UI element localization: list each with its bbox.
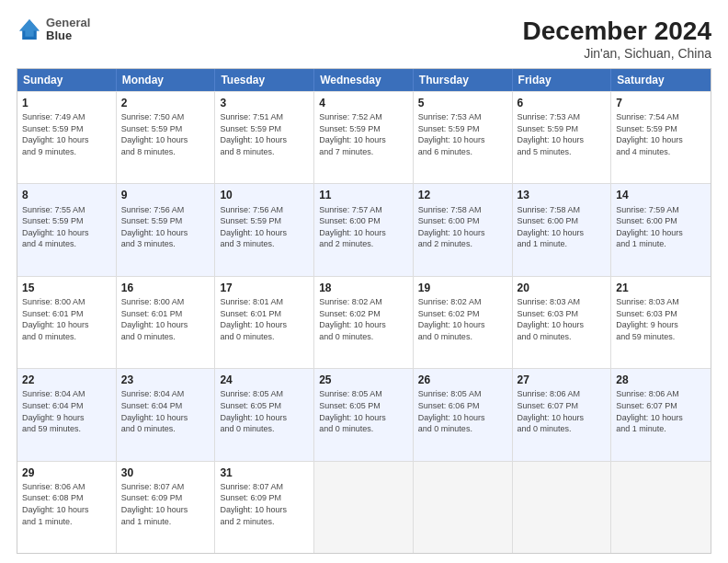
calendar-row: 1Sunrise: 7:49 AM Sunset: 5:59 PM Daylig… (17, 91, 711, 183)
day-info: Sunrise: 8:00 AM Sunset: 6:01 PM Dayligh… (22, 296, 111, 342)
day-info: Sunrise: 7:50 AM Sunset: 5:59 PM Dayligh… (121, 111, 210, 157)
day-number: 14 (616, 188, 706, 202)
calendar-cell: 3Sunrise: 7:51 AM Sunset: 5:59 PM Daylig… (215, 92, 314, 183)
calendar-cell: 8Sunrise: 7:55 AM Sunset: 5:59 PM Daylig… (17, 184, 117, 275)
day-number: 15 (22, 281, 111, 295)
day-number: 21 (616, 281, 706, 295)
day-info: Sunrise: 7:58 AM Sunset: 6:00 PM Dayligh… (418, 204, 507, 250)
day-number: 30 (121, 465, 210, 480)
day-info: Sunrise: 8:07 AM Sunset: 6:09 PM Dayligh… (220, 481, 309, 527)
weekday-header: Friday (513, 69, 612, 91)
day-number: 4 (319, 96, 408, 110)
day-info: Sunrise: 8:06 AM Sunset: 6:07 PM Dayligh… (616, 388, 706, 434)
calendar-cell: 25Sunrise: 8:05 AM Sunset: 6:05 PM Dayli… (314, 369, 414, 460)
calendar-cell: 19Sunrise: 8:02 AM Sunset: 6:02 PM Dayli… (414, 277, 513, 368)
calendar-cell: 21Sunrise: 8:03 AM Sunset: 6:03 PM Dayli… (611, 277, 711, 368)
day-number: 12 (418, 188, 507, 202)
calendar-cell: 4Sunrise: 7:52 AM Sunset: 5:59 PM Daylig… (314, 92, 414, 183)
calendar-cell: 7Sunrise: 7:54 AM Sunset: 5:59 PM Daylig… (611, 92, 711, 183)
day-number: 20 (518, 281, 607, 295)
day-number: 22 (22, 373, 111, 387)
day-info: Sunrise: 8:07 AM Sunset: 6:09 PM Dayligh… (121, 481, 210, 527)
calendar-cell: 14Sunrise: 7:59 AM Sunset: 6:00 PM Dayli… (611, 184, 711, 275)
calendar-cell: 22Sunrise: 8:04 AM Sunset: 6:04 PM Dayli… (17, 369, 117, 460)
calendar-row: 22Sunrise: 8:04 AM Sunset: 6:04 PM Dayli… (17, 368, 711, 460)
day-info: Sunrise: 8:06 AM Sunset: 6:07 PM Dayligh… (518, 388, 607, 434)
day-number: 3 (220, 96, 309, 110)
calendar-cell: 9Sunrise: 7:56 AM Sunset: 5:59 PM Daylig… (117, 184, 216, 275)
calendar-cell: 2Sunrise: 7:50 AM Sunset: 5:59 PM Daylig… (117, 92, 216, 183)
calendar-cell: 27Sunrise: 8:06 AM Sunset: 6:07 PM Dayli… (513, 369, 612, 460)
logo-icon (17, 17, 42, 42)
day-number: 29 (22, 465, 111, 480)
day-number: 31 (220, 465, 309, 480)
calendar-body: 1Sunrise: 7:49 AM Sunset: 5:59 PM Daylig… (17, 91, 711, 553)
day-number: 9 (121, 188, 210, 202)
day-info: Sunrise: 7:55 AM Sunset: 5:59 PM Dayligh… (22, 204, 111, 250)
day-info: Sunrise: 8:00 AM Sunset: 6:01 PM Dayligh… (121, 296, 210, 342)
day-number: 16 (121, 281, 210, 295)
calendar-cell (513, 462, 612, 553)
calendar-cell: 20Sunrise: 8:03 AM Sunset: 6:03 PM Dayli… (513, 277, 612, 368)
calendar-cell: 5Sunrise: 7:53 AM Sunset: 5:59 PM Daylig… (414, 92, 513, 183)
calendar-row: 15Sunrise: 8:00 AM Sunset: 6:01 PM Dayli… (17, 276, 711, 368)
calendar-cell: 29Sunrise: 8:06 AM Sunset: 6:08 PM Dayli… (17, 462, 117, 553)
day-number: 10 (220, 188, 309, 202)
day-number: 18 (319, 281, 408, 295)
day-info: Sunrise: 8:03 AM Sunset: 6:03 PM Dayligh… (616, 296, 706, 342)
day-number: 26 (418, 373, 507, 387)
day-info: Sunrise: 8:01 AM Sunset: 6:01 PM Dayligh… (220, 296, 309, 342)
calendar-cell: 12Sunrise: 7:58 AM Sunset: 6:00 PM Dayli… (414, 184, 513, 275)
day-info: Sunrise: 7:56 AM Sunset: 5:59 PM Dayligh… (121, 204, 210, 250)
day-number: 13 (518, 188, 607, 202)
day-number: 11 (319, 188, 408, 202)
day-info: Sunrise: 8:02 AM Sunset: 6:02 PM Dayligh… (418, 296, 507, 342)
day-number: 17 (220, 281, 309, 295)
day-info: Sunrise: 8:05 AM Sunset: 6:06 PM Dayligh… (418, 388, 507, 434)
logo: General Blue (17, 17, 90, 43)
day-info: Sunrise: 8:04 AM Sunset: 6:04 PM Dayligh… (121, 388, 210, 434)
day-number: 28 (616, 373, 706, 387)
day-number: 1 (22, 96, 111, 110)
day-number: 8 (22, 188, 111, 202)
calendar-cell: 11Sunrise: 7:57 AM Sunset: 6:00 PM Dayli… (314, 184, 414, 275)
day-info: Sunrise: 7:49 AM Sunset: 5:59 PM Dayligh… (22, 111, 111, 157)
calendar-cell: 10Sunrise: 7:56 AM Sunset: 5:59 PM Dayli… (215, 184, 314, 275)
day-info: Sunrise: 8:02 AM Sunset: 6:02 PM Dayligh… (319, 296, 408, 342)
day-number: 2 (121, 96, 210, 110)
weekday-header: Sunday (17, 69, 117, 91)
weekday-header: Wednesday (314, 69, 414, 91)
day-number: 5 (418, 96, 507, 110)
calendar-cell: 17Sunrise: 8:01 AM Sunset: 6:01 PM Dayli… (215, 277, 314, 368)
calendar-cell: 28Sunrise: 8:06 AM Sunset: 6:07 PM Dayli… (611, 369, 711, 460)
calendar-cell: 15Sunrise: 8:00 AM Sunset: 6:01 PM Dayli… (17, 277, 117, 368)
day-number: 25 (319, 373, 408, 387)
calendar-cell: 16Sunrise: 8:00 AM Sunset: 6:01 PM Dayli… (117, 277, 216, 368)
day-info: Sunrise: 8:04 AM Sunset: 6:04 PM Dayligh… (22, 388, 111, 434)
day-number: 7 (616, 96, 706, 110)
calendar: SundayMondayTuesdayWednesdayThursdayFrid… (17, 68, 711, 554)
logo-text: General Blue (46, 17, 90, 43)
weekday-header: Tuesday (215, 69, 314, 91)
day-info: Sunrise: 7:58 AM Sunset: 6:00 PM Dayligh… (518, 204, 607, 250)
day-number: 27 (518, 373, 607, 387)
day-info: Sunrise: 7:52 AM Sunset: 5:59 PM Dayligh… (319, 111, 408, 157)
calendar-cell (611, 462, 711, 553)
day-info: Sunrise: 7:51 AM Sunset: 5:59 PM Dayligh… (220, 111, 309, 157)
day-info: Sunrise: 8:03 AM Sunset: 6:03 PM Dayligh… (518, 296, 607, 342)
day-info: Sunrise: 7:59 AM Sunset: 6:00 PM Dayligh… (616, 204, 706, 250)
day-info: Sunrise: 8:06 AM Sunset: 6:08 PM Dayligh… (22, 481, 111, 527)
day-info: Sunrise: 8:05 AM Sunset: 6:05 PM Dayligh… (319, 388, 408, 434)
day-info: Sunrise: 7:53 AM Sunset: 5:59 PM Dayligh… (418, 111, 507, 157)
calendar-row: 29Sunrise: 8:06 AM Sunset: 6:08 PM Dayli… (17, 461, 711, 553)
calendar-cell: 13Sunrise: 7:58 AM Sunset: 6:00 PM Dayli… (513, 184, 612, 275)
day-number: 24 (220, 373, 309, 387)
page-title: December 2024 (523, 17, 711, 46)
day-info: Sunrise: 7:53 AM Sunset: 5:59 PM Dayligh… (518, 111, 607, 157)
calendar-cell: 1Sunrise: 7:49 AM Sunset: 5:59 PM Daylig… (17, 92, 117, 183)
calendar-cell (414, 462, 513, 553)
day-number: 6 (518, 96, 607, 110)
calendar-cell: 26Sunrise: 8:05 AM Sunset: 6:06 PM Dayli… (414, 369, 513, 460)
day-info: Sunrise: 7:54 AM Sunset: 5:59 PM Dayligh… (616, 111, 706, 157)
calendar-cell: 30Sunrise: 8:07 AM Sunset: 6:09 PM Dayli… (117, 462, 216, 553)
